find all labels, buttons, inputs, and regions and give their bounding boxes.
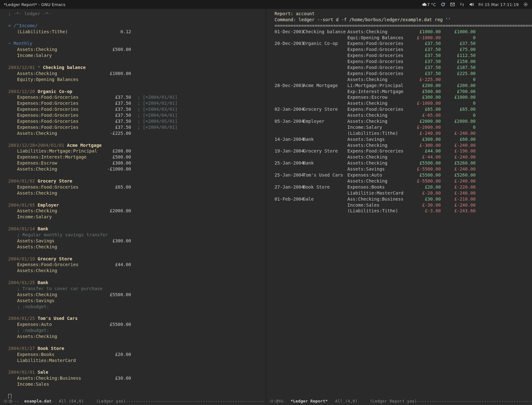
posting-note: ; [=2004/03/01] <box>137 107 177 112</box>
ledger-report-buffer[interactable]: Report: accountCommand: ledger --sort d … <box>266 9 532 399</box>
report-payee: Organic Co-op <box>303 41 338 46</box>
report-account: (Liabilities:Tithe) <box>347 208 398 213</box>
report-total: £60.00 <box>459 137 476 142</box>
posting-line: Liabilities:Mortgage:Principal£200.00 <box>8 148 260 154</box>
gear-icon <box>523 2 528 7</box>
report-date: 02-Jan-2004 <box>275 107 304 112</box>
report-total: £-240.00 <box>454 190 476 196</box>
posting-account: Liabilities:MasterCard <box>17 358 76 363</box>
tx-header: 2004/02/01 Sale <box>8 369 260 375</box>
report-amount: £2000.00 <box>420 119 441 124</box>
report-total: £2000.00 <box>454 119 476 124</box>
posting-account: Assets:Checking <box>17 334 57 339</box>
tx-header: 2004/01/05 Employer <box>8 202 260 208</box>
posting-account: Assets:Checking <box>17 71 57 76</box>
report-account: Expenses:Books <box>347 184 385 190</box>
report-amount: £65.00 <box>425 107 441 112</box>
report-total: £150.00 <box>457 59 476 64</box>
report-account: Expens:Food:Groceries <box>347 148 403 153</box>
refresh-icon <box>440 2 446 7</box>
posting-line: Assets:Checking-£225.00 <box>8 130 260 136</box>
report-command: Command: ledger --sort d -f /home/borbus… <box>275 17 451 22</box>
tx-header: 2004/01/02 Grocery Store <box>8 178 260 184</box>
posting-account: Assets:Checking <box>17 292 57 297</box>
report-account: Assets:Checking <box>347 113 387 118</box>
report-payee: Acme Mortgage <box>303 83 338 88</box>
report-row: Assets:Checking£-300.00£-240.00 <box>275 142 526 148</box>
report-account: Equi:Opening Balances <box>347 35 403 40</box>
report-payee: Book Store <box>303 184 330 190</box>
report-date: 01-Dec-2003 <box>275 29 304 34</box>
report-account: Assets:Savings <box>347 166 385 171</box>
tx-date: 2003/12/28=2004/01/01 <box>8 143 67 148</box>
posting-line: Assets:Checking£1000.00 <box>8 71 260 77</box>
posting-line: Equity:Opening Balances <box>8 77 260 83</box>
tx-date: 2004/01/25 <box>8 316 38 321</box>
posting-amount: £44.00 <box>115 262 131 267</box>
refresh-indicator[interactable] <box>440 2 446 7</box>
report-account: Assets:Savings <box>347 137 385 142</box>
ledger-source-buffer[interactable]: ; -*- ledger -*-= /^Income/(Liabilities:… <box>0 9 266 399</box>
posting-amount: 0.12 <box>120 29 131 34</box>
system-tray: 7 °C Fri 15 Mar 17:11:19 <box>422 2 528 7</box>
clock[interactable]: Fri 15 Mar 17:11:19 <box>478 2 519 7</box>
posting-line: Expenses:Food:Groceries£37.50; [=2004/03… <box>8 106 260 112</box>
posting-line: (Liabilities:Tithe)0.12 <box>8 29 260 35</box>
tx-payee: Book Store <box>38 346 64 351</box>
report-row: 27-Jan-2004Book StoreExpenses:Books£20.0… <box>275 184 526 190</box>
posting-line: Income:Salary <box>8 53 260 59</box>
report-row: 14-Jan-2004BankAssets:Savings£300.00£60.… <box>275 136 526 142</box>
report-amount: £5500.00 <box>420 172 441 178</box>
report-total: 0 <box>473 125 476 130</box>
report-total: £-240.00 <box>454 166 476 171</box>
report-amount: £-225.00 <box>420 77 441 82</box>
report-row: 01-Feb-2004SaleAss:Checking:Business£30.… <box>275 196 526 202</box>
file-mode-comment: ; -*- ledger -*- <box>8 11 51 16</box>
report-account: Expens:Food:Groceries <box>347 53 403 58</box>
modeline-prefix: -U:@--- <box>2 399 24 403</box>
mail-icon <box>450 2 455 7</box>
report-amount: £-65.00 <box>422 113 441 118</box>
tx-note: ; :nobudget: <box>8 327 260 333</box>
tx-note: ; Regular monthly savings transfer <box>8 232 260 238</box>
posting-account: Expenses:Food:Groceries <box>17 113 79 118</box>
report-total: £-220.00 <box>454 184 476 190</box>
report-row: Exp:Interest:Mortgage£500.00£700.00 <box>275 89 526 95</box>
posting-account: Assets:Checking <box>17 268 57 273</box>
posting-line: Liabilities:MasterCard <box>8 358 260 364</box>
tx-date: 2004/01/27 <box>8 346 38 351</box>
tx-date: 2004/01/05 <box>8 202 38 208</box>
network-indicator[interactable] <box>459 2 465 7</box>
report-row: Expens:Food:Groceries£37.50£187.50 <box>275 65 526 71</box>
tx-header: 2004/01/19 Grocery Store <box>8 256 260 262</box>
tx-payee: Tom's Used Cars <box>38 316 78 321</box>
posting-account: Assets:Checking <box>17 131 57 136</box>
tx-date: 2004/02/01 <box>8 370 38 375</box>
tx-note-text: ; :nobudget: <box>17 328 49 333</box>
posting-account: Expenses:Food:Groceries <box>17 125 79 130</box>
report-row: Assets:Savings£-5500.00£-240.00 <box>275 166 526 172</box>
posting-amount: £65.00 <box>115 184 131 190</box>
report-total: £225.00 <box>457 71 476 76</box>
posting-amount: £37.50 <box>115 119 131 124</box>
left-window[interactable]: ; -*- ledger -*-= /^Income/(Liabilities:… <box>0 9 266 405</box>
tx-header: 2003/12/01 * Checking balance <box>8 65 260 71</box>
tx-note-text: ; Transfer to cover car purchase <box>17 286 103 291</box>
report-amount: £5500.00 <box>420 160 441 165</box>
tx-payee: Sale <box>38 370 48 375</box>
posting-account: Expenses:Interest:Mortgage <box>17 154 86 159</box>
report-row: 28-Dec-2003Acme MortgageLi:Mortgage:Prin… <box>275 83 526 89</box>
report-account: Ass:Checking:Business <box>347 196 403 202</box>
mail-indicator[interactable] <box>450 2 455 7</box>
right-modeline: -U:@%%- *Ledger Report* All (4,0) (Ledge… <box>266 399 532 405</box>
posting-line: Assets:Checking <box>8 333 260 340</box>
posting-account: Expenses:Food:Groceries <box>17 119 79 124</box>
tx-payee: Grocery Store <box>38 256 73 261</box>
posting-line: Expenses:Food:Groceries£37.50; [=2004/01… <box>8 94 260 100</box>
settings-indicator[interactable] <box>523 2 528 7</box>
tx-note: ; :nobudget: <box>8 304 260 310</box>
weather-indicator[interactable]: 7 °C <box>422 2 436 7</box>
report-account: Assets:Checking <box>347 119 387 124</box>
volume-indicator[interactable] <box>469 2 474 7</box>
right-window[interactable]: Report: accountCommand: ledger --sort d … <box>266 9 532 405</box>
